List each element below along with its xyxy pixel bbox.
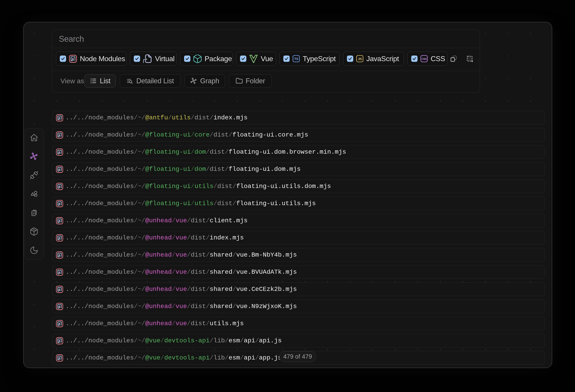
svg-text:TS: TS <box>294 57 298 61</box>
svg-text:CSS: CSS <box>422 58 427 60</box>
svg-text:JS: JS <box>358 57 362 61</box>
